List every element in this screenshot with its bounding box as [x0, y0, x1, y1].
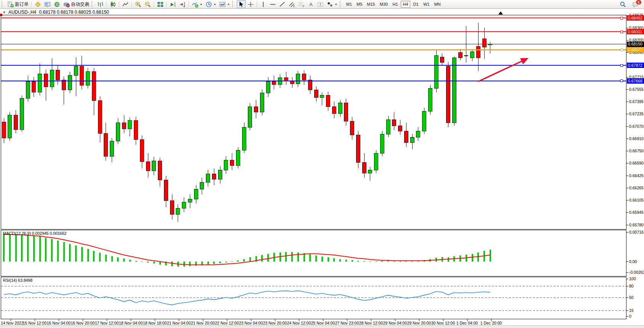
chevron-down-icon: ▼	[335, 3, 337, 6]
candle-body	[440, 57, 444, 63]
macd-histogram-bar	[171, 262, 173, 266]
bar-chart-button[interactable]	[96, 0, 105, 8]
chart-canvas[interactable]: 0.685250.683600.682000.680400.677150.675…	[0, 9, 644, 328]
timeframe-m30-button[interactable]: M30	[378, 1, 390, 8]
chart-title-bar[interactable]: ▼ AUDUSD-,H4 0.68178 0.68178 0.68025 0.6…	[3, 10, 109, 15]
chart-profile-button[interactable]	[34, 0, 42, 8]
indicators-button[interactable]: ▼	[191, 0, 204, 8]
price-tick-label: 0.66590	[629, 161, 644, 165]
timeframe-h4-button[interactable]: H4	[401, 1, 410, 8]
date-tick-label: 28 Nov 12:00	[359, 321, 383, 325]
horizontal-line-icon	[270, 1, 276, 8]
timeframe-d1-button[interactable]: D1	[411, 1, 421, 8]
candle-body	[2, 122, 6, 138]
date-tick-label: 16 Nov 20:00	[71, 321, 95, 325]
search-button[interactable]	[618, 0, 627, 8]
equidistant-channel-tool-button[interactable]: E	[287, 0, 296, 8]
candle-body	[296, 74, 300, 84]
chevron-down-icon: ▼	[214, 3, 216, 6]
timeframe-m1-button[interactable]: M1	[344, 1, 354, 8]
tile-windows-button[interactable]	[156, 0, 165, 8]
line-handle[interactable]	[620, 80, 623, 82]
rsi-tick-label: 0	[629, 314, 631, 318]
date-tick-label: 23 Nov 04:00	[239, 321, 263, 325]
timeframe-mn-button[interactable]: MN	[432, 1, 443, 8]
chevron-down-icon[interactable]: ▼	[3, 11, 6, 14]
line-handle[interactable]	[620, 64, 623, 66]
notifications-button[interactable]: 1	[631, 0, 640, 8]
auto-trading-button[interactable]: 自动交易	[62, 0, 90, 8]
cursor-tool-button[interactable]	[237, 0, 246, 8]
macd-histogram-bar	[69, 244, 71, 262]
arrows-tool-button[interactable]: ▼	[326, 0, 339, 8]
timeframe-h1-button[interactable]: H1	[390, 1, 400, 8]
line-handle[interactable]	[620, 17, 623, 19]
candlestick-chart-icon	[110, 1, 116, 8]
search-icon	[620, 1, 626, 8]
vertical-line-icon	[260, 1, 267, 8]
macd-histogram-bar	[141, 262, 143, 262]
periods-button[interactable]: ▼	[204, 0, 217, 8]
timeframe-m15-button[interactable]: M15	[365, 1, 377, 8]
toolbar-grip[interactable]	[340, 1, 342, 7]
trendline-tool-button[interactable]	[278, 0, 287, 8]
price-level-value: 0.68150	[628, 42, 642, 46]
symbol-title: AUDUSD-,H4	[8, 10, 36, 15]
new-order-button[interactable]: 新订单	[6, 0, 30, 8]
line-handle[interactable]	[620, 48, 623, 51]
macd-histogram-bar	[291, 252, 293, 262]
macd-histogram-bar	[33, 236, 35, 262]
macd-histogram-bar	[45, 238, 47, 262]
vertical-line-tool-button[interactable]	[259, 0, 268, 8]
price-level-value: 0.67668	[628, 79, 642, 83]
zoom-out-button[interactable]	[143, 0, 152, 8]
line-handle[interactable]	[620, 31, 623, 33]
text-label-tool-button[interactable]: T	[316, 0, 325, 8]
candle-body	[110, 141, 114, 156]
toolbar-grip[interactable]	[2, 1, 4, 7]
signal-button[interactable]	[53, 0, 61, 8]
candlestick-chart-button[interactable]	[109, 0, 117, 8]
chart-shift-marker[interactable]	[498, 11, 503, 15]
auto-trading-label: 自动交易	[71, 1, 89, 8]
market-watch-button[interactable]	[43, 0, 52, 8]
price-tick-label: 0.66105	[629, 198, 644, 202]
candle-body	[164, 180, 168, 200]
candle-body	[92, 72, 96, 101]
macd-histogram-bar	[123, 259, 125, 262]
macd-histogram-bar	[376, 261, 377, 262]
separator	[119, 1, 120, 8]
candle-body	[176, 208, 180, 214]
candle-body	[146, 162, 150, 171]
date-tick-label: 18 Nov 04:00	[119, 321, 143, 325]
chart-shift-button[interactable]	[169, 0, 177, 8]
candle-body	[62, 80, 66, 90]
toolbar-grip[interactable]	[232, 1, 235, 7]
candle-body	[284, 78, 288, 81]
fibonacci-tool-button[interactable]: F	[297, 0, 306, 8]
horizontal-line-tool-button[interactable]	[268, 0, 277, 8]
auto-scroll-button[interactable]	[178, 0, 187, 8]
macd-label: MACD(12,26,9) 0.002945 0.001662	[3, 231, 66, 236]
tile-windows-icon	[157, 1, 164, 8]
templates-button[interactable]: ▼	[218, 0, 231, 8]
crosshair-icon	[247, 1, 254, 8]
line-chart-button[interactable]	[121, 0, 130, 8]
macd-histogram-bar	[369, 262, 371, 262]
timeframe-m5-button[interactable]: M5	[355, 1, 364, 8]
candle-body	[368, 170, 372, 173]
main-panel[interactable]	[1, 15, 626, 229]
chevron-down-icon: ▼	[227, 3, 230, 6]
candle-body	[68, 76, 72, 90]
date-tick-label: 29 Nov 20:00	[407, 321, 431, 325]
text-tool-button[interactable]: A	[307, 0, 315, 8]
crosshair-tool-button[interactable]	[246, 0, 255, 8]
timeframe-w1-button[interactable]: W1	[421, 1, 432, 8]
zoom-in-button[interactable]	[134, 0, 143, 8]
date-axis[interactable]: 14 Nov 202215 Nov 12:0016 Nov 04:0016 No…	[1, 319, 502, 325]
toolbar-grip[interactable]	[92, 1, 94, 7]
rsi-panel[interactable]	[1, 277, 626, 319]
notification-badge: 1	[636, 0, 642, 5]
candle-body	[266, 82, 270, 93]
candle-body	[272, 82, 276, 85]
